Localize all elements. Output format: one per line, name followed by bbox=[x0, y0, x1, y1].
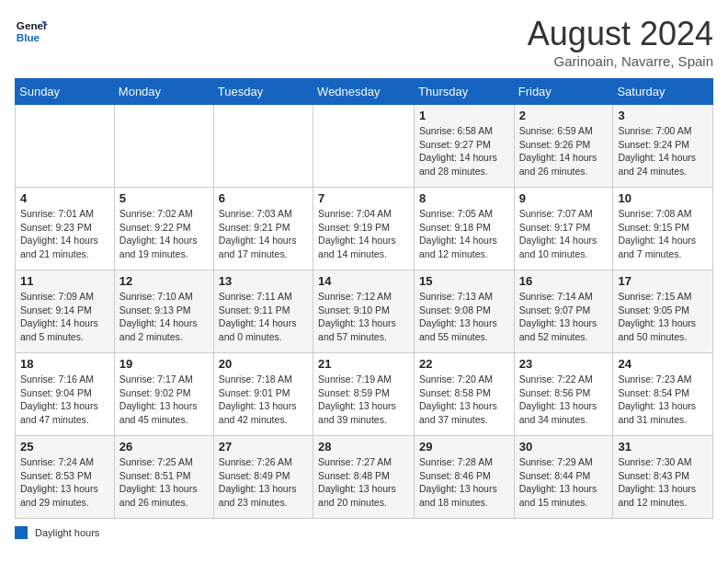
day-number: 5 bbox=[119, 191, 209, 205]
day-number: 16 bbox=[519, 274, 609, 288]
day-info: Sunrise: 7:07 AMSunset: 9:17 PMDaylight:… bbox=[519, 207, 609, 261]
day-number: 4 bbox=[20, 191, 109, 205]
calendar-week-row: 11Sunrise: 7:09 AMSunset: 9:14 PMDayligh… bbox=[16, 270, 713, 353]
calendar-cell: 14Sunrise: 7:12 AMSunset: 9:10 PMDayligh… bbox=[313, 270, 415, 353]
calendar-cell: 27Sunrise: 7:26 AMSunset: 8:49 PMDayligh… bbox=[213, 436, 313, 519]
svg-text:Blue: Blue bbox=[17, 31, 40, 43]
header: General Blue August 2024 Garinoain, Nava… bbox=[15, 15, 713, 69]
day-info: Sunrise: 7:27 AMSunset: 8:48 PMDaylight:… bbox=[318, 455, 409, 510]
calendar-cell: 28Sunrise: 7:27 AMSunset: 8:48 PMDayligh… bbox=[313, 436, 415, 519]
day-number: 2 bbox=[519, 109, 609, 122]
calendar-cell: 23Sunrise: 7:22 AMSunset: 8:56 PMDayligh… bbox=[514, 353, 613, 436]
day-info: Sunrise: 7:09 AMSunset: 9:14 PMDaylight:… bbox=[20, 290, 109, 344]
day-number: 12 bbox=[119, 274, 209, 288]
day-number: 10 bbox=[618, 191, 708, 205]
calendar-day-header: Saturday bbox=[613, 79, 713, 105]
calendar-cell: 31Sunrise: 7:30 AMSunset: 8:43 PMDayligh… bbox=[613, 436, 713, 519]
calendar-table: SundayMondayTuesdayWednesdayThursdayFrid… bbox=[15, 78, 713, 519]
calendar-cell: 16Sunrise: 7:14 AMSunset: 9:07 PMDayligh… bbox=[514, 270, 613, 353]
calendar-subtitle: Garinoain, Navarre, Spain bbox=[528, 53, 713, 69]
day-info: Sunrise: 7:24 AMSunset: 8:53 PMDaylight:… bbox=[20, 455, 109, 510]
calendar-day-header: Monday bbox=[114, 79, 213, 105]
day-info: Sunrise: 7:10 AMSunset: 9:13 PMDaylight:… bbox=[119, 290, 209, 344]
day-info: Sunrise: 7:16 AMSunset: 9:04 PMDaylight:… bbox=[20, 373, 109, 427]
calendar-week-row: 4Sunrise: 7:01 AMSunset: 9:23 PMDaylight… bbox=[16, 188, 713, 270]
legend-label: Daylight hours bbox=[35, 527, 99, 538]
day-number: 26 bbox=[119, 440, 209, 454]
day-number: 23 bbox=[519, 357, 609, 371]
day-info: Sunrise: 7:26 AMSunset: 8:49 PMDaylight:… bbox=[219, 455, 308, 510]
calendar-cell: 12Sunrise: 7:10 AMSunset: 9:13 PMDayligh… bbox=[114, 270, 213, 353]
day-number: 1 bbox=[419, 109, 509, 122]
logo-icon: General Blue bbox=[15, 15, 48, 48]
day-info: Sunrise: 7:05 AMSunset: 9:18 PMDaylight:… bbox=[419, 207, 509, 261]
day-info: Sunrise: 7:01 AMSunset: 9:23 PMDaylight:… bbox=[20, 207, 109, 261]
day-number: 27 bbox=[219, 440, 308, 454]
day-info: Sunrise: 7:30 AMSunset: 8:43 PMDaylight:… bbox=[618, 455, 708, 510]
calendar-week-row: 1Sunrise: 6:58 AMSunset: 9:27 PMDaylight… bbox=[16, 105, 713, 188]
calendar-header-row: SundayMondayTuesdayWednesdayThursdayFrid… bbox=[16, 79, 713, 105]
day-info: Sunrise: 7:02 AMSunset: 9:22 PMDaylight:… bbox=[119, 207, 209, 261]
day-info: Sunrise: 7:18 AMSunset: 9:01 PMDaylight:… bbox=[219, 373, 308, 427]
day-number: 6 bbox=[219, 191, 308, 205]
calendar-cell: 25Sunrise: 7:24 AMSunset: 8:53 PMDayligh… bbox=[16, 436, 115, 519]
calendar-cell bbox=[16, 105, 115, 188]
day-number: 7 bbox=[318, 191, 409, 205]
calendar-day-header: Tuesday bbox=[213, 79, 313, 105]
calendar-cell: 2Sunrise: 6:59 AMSunset: 9:26 PMDaylight… bbox=[514, 105, 613, 188]
calendar-day-header: Thursday bbox=[415, 79, 515, 105]
day-info: Sunrise: 6:58 AMSunset: 9:27 PMDaylight:… bbox=[419, 124, 509, 178]
calendar-cell: 11Sunrise: 7:09 AMSunset: 9:14 PMDayligh… bbox=[16, 270, 115, 353]
calendar-day-header: Wednesday bbox=[313, 79, 415, 105]
logo: General Blue bbox=[15, 15, 48, 48]
day-info: Sunrise: 7:13 AMSunset: 9:08 PMDaylight:… bbox=[419, 290, 509, 344]
day-info: Sunrise: 7:11 AMSunset: 9:11 PMDaylight:… bbox=[219, 290, 308, 344]
day-info: Sunrise: 7:04 AMSunset: 9:19 PMDaylight:… bbox=[318, 207, 409, 261]
calendar-cell: 13Sunrise: 7:11 AMSunset: 9:11 PMDayligh… bbox=[213, 270, 313, 353]
day-number: 29 bbox=[419, 440, 509, 454]
day-info: Sunrise: 7:08 AMSunset: 9:15 PMDaylight:… bbox=[618, 207, 708, 261]
calendar-title: August 2024 bbox=[528, 15, 713, 53]
day-number: 18 bbox=[20, 357, 109, 371]
calendar-week-row: 18Sunrise: 7:16 AMSunset: 9:04 PMDayligh… bbox=[16, 353, 713, 436]
day-number: 9 bbox=[519, 191, 609, 205]
calendar-cell bbox=[313, 105, 415, 188]
day-number: 31 bbox=[618, 440, 708, 454]
day-number: 28 bbox=[318, 440, 409, 454]
day-number: 22 bbox=[419, 357, 509, 371]
day-info: Sunrise: 7:12 AMSunset: 9:10 PMDaylight:… bbox=[318, 290, 409, 344]
day-number: 17 bbox=[618, 274, 708, 288]
calendar-cell: 24Sunrise: 7:23 AMSunset: 8:54 PMDayligh… bbox=[613, 353, 713, 436]
calendar-cell bbox=[213, 105, 313, 188]
calendar-cell: 20Sunrise: 7:18 AMSunset: 9:01 PMDayligh… bbox=[213, 353, 313, 436]
title-area: August 2024 Garinoain, Navarre, Spain bbox=[528, 15, 713, 69]
calendar-week-row: 25Sunrise: 7:24 AMSunset: 8:53 PMDayligh… bbox=[16, 436, 713, 519]
day-number: 8 bbox=[419, 191, 509, 205]
day-info: Sunrise: 7:19 AMSunset: 8:59 PMDaylight:… bbox=[318, 373, 409, 427]
calendar-cell: 29Sunrise: 7:28 AMSunset: 8:46 PMDayligh… bbox=[415, 436, 515, 519]
calendar-cell: 5Sunrise: 7:02 AMSunset: 9:22 PMDaylight… bbox=[114, 188, 213, 270]
day-info: Sunrise: 7:20 AMSunset: 8:58 PMDaylight:… bbox=[419, 373, 509, 427]
day-info: Sunrise: 7:23 AMSunset: 8:54 PMDaylight:… bbox=[618, 373, 708, 427]
day-info: Sunrise: 7:03 AMSunset: 9:21 PMDaylight:… bbox=[219, 207, 308, 261]
calendar-cell: 21Sunrise: 7:19 AMSunset: 8:59 PMDayligh… bbox=[313, 353, 415, 436]
day-number: 13 bbox=[219, 274, 308, 288]
day-info: Sunrise: 7:29 AMSunset: 8:44 PMDaylight:… bbox=[519, 455, 609, 510]
day-number: 11 bbox=[20, 274, 109, 288]
calendar-cell: 18Sunrise: 7:16 AMSunset: 9:04 PMDayligh… bbox=[16, 353, 115, 436]
calendar-cell: 19Sunrise: 7:17 AMSunset: 9:02 PMDayligh… bbox=[114, 353, 213, 436]
calendar-body: 1Sunrise: 6:58 AMSunset: 9:27 PMDaylight… bbox=[16, 105, 713, 519]
calendar-cell: 17Sunrise: 7:15 AMSunset: 9:05 PMDayligh… bbox=[613, 270, 713, 353]
day-info: Sunrise: 7:25 AMSunset: 8:51 PMDaylight:… bbox=[119, 455, 209, 510]
calendar-day-header: Sunday bbox=[16, 79, 115, 105]
calendar-cell: 7Sunrise: 7:04 AMSunset: 9:19 PMDaylight… bbox=[313, 188, 415, 270]
calendar-cell: 3Sunrise: 7:00 AMSunset: 9:24 PMDaylight… bbox=[613, 105, 713, 188]
day-number: 20 bbox=[219, 357, 308, 371]
day-info: Sunrise: 7:00 AMSunset: 9:24 PMDaylight:… bbox=[618, 124, 708, 178]
legend-area: Daylight hours bbox=[15, 526, 713, 539]
day-info: Sunrise: 7:22 AMSunset: 8:56 PMDaylight:… bbox=[519, 373, 609, 427]
day-info: Sunrise: 7:28 AMSunset: 8:46 PMDaylight:… bbox=[419, 455, 509, 510]
day-number: 14 bbox=[318, 274, 409, 288]
legend-color-box bbox=[15, 526, 28, 539]
calendar-day-header: Friday bbox=[514, 79, 613, 105]
